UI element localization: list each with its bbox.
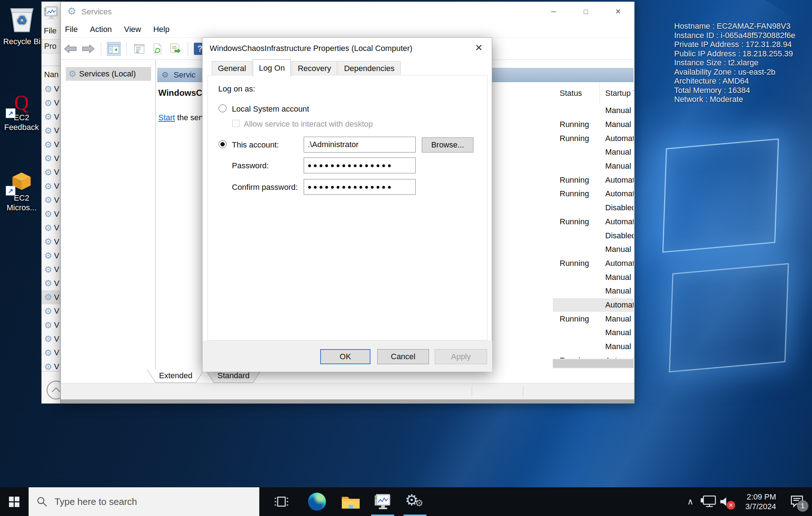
view-tab[interactable]: Standard: [205, 369, 262, 383]
perfmon-taskbar-button[interactable]: [368, 487, 398, 516]
background-service-item[interactable]: ⚙ V: [42, 304, 62, 318]
background-service-item[interactable]: ⚙ V: [42, 110, 62, 124]
background-service-item[interactable]: ⚙ V: [42, 179, 62, 193]
account-input[interactable]: [304, 137, 416, 153]
service-row[interactable]: Manual Lo: [553, 104, 634, 118]
back-icon[interactable]: [64, 42, 77, 56]
ec2-feedback-shortcut[interactable]: Q ↗ EC2 Feedback: [1, 93, 42, 132]
apply-button[interactable]: Apply: [435, 349, 487, 364]
forward-icon[interactable]: [81, 42, 95, 56]
service-row[interactable]: Manual (Trig... Lo: [553, 270, 634, 284]
dialog-tab[interactable]: General: [212, 61, 252, 75]
view-tab[interactable]: Extended: [147, 369, 205, 383]
local-system-label[interactable]: Local System account: [232, 104, 309, 114]
cancel-button[interactable]: Cancel: [377, 349, 429, 364]
service-row[interactable]: Manual Lo: [553, 159, 634, 173]
properties-icon[interactable]: [132, 42, 146, 56]
recycle-bin-shortcut[interactable]: ♻ Recycle Bi: [2, 5, 42, 46]
start-button[interactable]: [0, 487, 28, 516]
background-window[interactable]: File Pro Nan ⚙ V ⚙ V ⚙ V ⚙ V ⚙ V: [41, 1, 62, 404]
service-row[interactable]: Manual Lo: [553, 340, 634, 354]
service-row[interactable]: Running Automatic Lo: [553, 187, 634, 201]
dialog-close-icon[interactable]: ✕: [471, 41, 487, 55]
ec2-microsoft-shortcut[interactable]: ↗ EC2 Micros...: [1, 172, 42, 212]
export-list-icon[interactable]: [168, 42, 182, 56]
service-row[interactable]: Manual Lo: [553, 284, 634, 298]
services-titlebar[interactable]: ⚙ Services ─ □ ✕: [61, 2, 634, 21]
service-row[interactable]: Running Automatic Ne: [553, 215, 634, 229]
ok-button[interactable]: OK: [320, 349, 370, 364]
taskbar-search[interactable]: Type here to search: [28, 487, 260, 516]
this-account-radio[interactable]: [219, 140, 227, 148]
menu-item[interactable]: View: [124, 25, 141, 34]
background-service-item[interactable]: ⚙ V: [42, 165, 62, 179]
confirm-password-input[interactable]: ●●●●●●●●●●●●●●●: [304, 179, 416, 195]
menu-item[interactable]: Help: [153, 25, 169, 34]
action-center-button[interactable]: 1: [782, 487, 812, 516]
background-service-item[interactable]: ⚙ V: [42, 290, 62, 304]
background-service-item[interactable]: ⚙ V: [42, 332, 62, 346]
collapse-chevron-button[interactable]: [46, 380, 62, 400]
tree-node-services-local[interactable]: ⚙ Services (Local): [66, 67, 151, 81]
task-view-button[interactable]: [266, 487, 297, 516]
background-service-item[interactable]: ⚙ V: [42, 207, 62, 221]
dialog-tab[interactable]: Dependencies: [338, 61, 401, 75]
service-row[interactable]: Running Manual (Trig... Lo: [553, 118, 634, 132]
close-button[interactable]: ✕: [602, 2, 634, 21]
background-service-item[interactable]: ⚙ V: [42, 151, 62, 165]
background-service-item[interactable]: ⚙ V: [42, 221, 62, 235]
background-service-item[interactable]: ⚙ V: [42, 124, 62, 138]
maximize-button[interactable]: □: [570, 2, 602, 21]
password-input[interactable]: ●●●●●●●●●●●●●●●: [304, 158, 416, 173]
volume-tray-button[interactable]: ✕: [717, 487, 736, 516]
this-account-label[interactable]: This account:: [232, 140, 279, 150]
horizontal-scroll-thumb[interactable]: [553, 359, 634, 368]
background-service-item[interactable]: ⚙ V: [42, 249, 62, 263]
services-taskbar-button[interactable]: ⚙⚙: [398, 487, 431, 516]
background-service-item[interactable]: ⚙ V: [42, 263, 62, 277]
allow-desktop-checkbox[interactable]: [232, 120, 239, 127]
background-service-item[interactable]: ⚙ V: [42, 138, 62, 152]
background-window-file-menu[interactable]: File: [44, 26, 56, 36]
column-header-startup-type[interactable]: Startup Type: [600, 83, 634, 104]
service-row[interactable]: Running Automatic Lo: [553, 131, 634, 145]
background-service-item[interactable]: ⚙ V: [42, 96, 62, 110]
refresh-icon[interactable]: [150, 42, 164, 56]
file-explorer-taskbar-button[interactable]: [334, 487, 368, 516]
background-service-item[interactable]: ⚙ V: [42, 360, 62, 371]
service-row[interactable]: Running Manual Lo: [553, 312, 634, 326]
horizontal-scrollbar[interactable]: ›: [553, 358, 634, 369]
start-service-link[interactable]: Start: [158, 113, 175, 122]
background-service-item[interactable]: ⚙ V: [42, 318, 62, 332]
background-service-item[interactable]: ⚙ V: [42, 193, 62, 207]
service-row[interactable]: Manual Lo: [553, 326, 634, 340]
service-row[interactable]: Manual Lo: [553, 243, 634, 257]
local-system-radio[interactable]: [219, 104, 227, 112]
dialog-tab[interactable]: Log On: [253, 59, 291, 76]
taskbar-clock[interactable]: 2:09 PM 3/7/2024: [734, 487, 778, 516]
background-service-item[interactable]: ⚙ V: [42, 235, 62, 249]
dialog-tab[interactable]: Recovery: [291, 61, 337, 75]
menu-item[interactable]: File: [65, 25, 78, 34]
menu-item[interactable]: Action: [90, 25, 112, 34]
background-window-name-column[interactable]: Nan: [44, 70, 59, 79]
browse-button[interactable]: Browse...: [422, 137, 473, 153]
service-row[interactable]: Running Automatic Ne: [553, 353, 634, 358]
service-row[interactable]: Disabled Lo: [553, 201, 634, 215]
show-hidden-icons-button[interactable]: ∧: [681, 487, 699, 516]
background-service-item[interactable]: ⚙ V: [42, 82, 62, 96]
service-row[interactable]: Running Automatic (T... Lo: [553, 257, 634, 271]
service-row[interactable]: Automatic .\A: [553, 298, 634, 312]
service-startup-type: Disabled: [600, 203, 634, 212]
column-header-status[interactable]: Status: [553, 83, 600, 104]
service-row[interactable]: Disabled Lo: [553, 229, 634, 243]
minimize-button[interactable]: ─: [537, 2, 570, 21]
show-console-tree-icon[interactable]: [107, 42, 121, 56]
network-tray-button[interactable]: [699, 487, 717, 516]
service-row[interactable]: Running Automatic Lo: [553, 173, 634, 187]
background-window-pro-tab[interactable]: Pro: [42, 39, 62, 53]
edge-taskbar-button[interactable]: [300, 487, 334, 516]
background-service-item[interactable]: ⚙ V: [42, 277, 62, 291]
service-row[interactable]: Manual Ne: [553, 145, 634, 159]
background-service-item[interactable]: ⚙ V: [42, 346, 62, 360]
